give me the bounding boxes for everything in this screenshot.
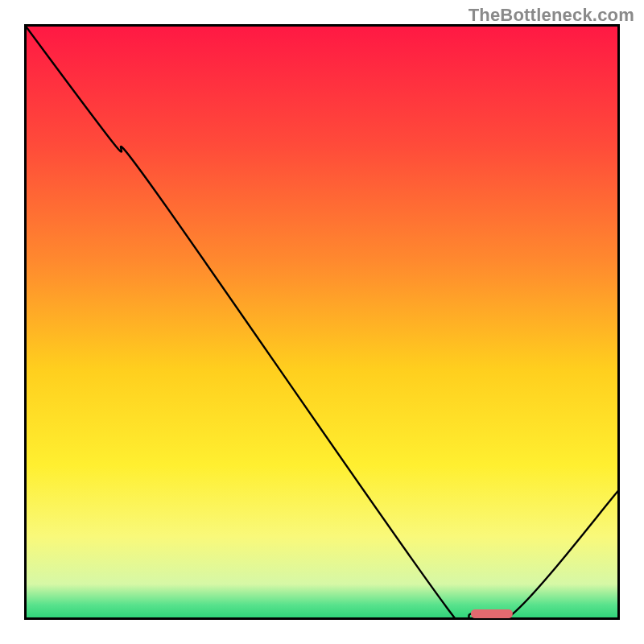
chart-background-gradient — [24, 24, 620, 620]
watermark-text: TheBottleneck.com — [469, 5, 634, 26]
optimal-range-marker — [471, 609, 513, 618]
chart-plot-area — [24, 24, 620, 620]
bottleneck-chart-svg — [24, 24, 620, 620]
